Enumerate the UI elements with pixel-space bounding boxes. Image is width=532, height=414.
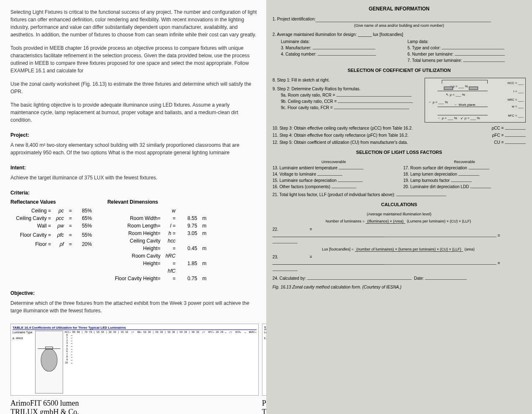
fixture-charts: TABLE 16.4 Coefficients of Utilization f…	[10, 324, 258, 414]
form-l13: 13. Luminaire ambient temperature	[272, 166, 338, 170]
form-l2: 2. Average maintained illumination for d…	[272, 31, 403, 38]
form-l15: 15. Luminaire surface depreciation	[272, 178, 336, 183]
form-l12: 12. Step 5: Obtain coefficient of utiliz…	[272, 139, 480, 146]
dimensions-header: Relevant Dimensions	[107, 199, 209, 205]
reflectance-table: Ceiling =ρc=85%Ceiling Cavity =ρcc=65%Wa…	[10, 207, 95, 248]
project-text: A new 8,400 m² two-story elementary scho…	[10, 141, 258, 156]
photometric-icon	[35, 331, 63, 394]
intro-p2: Tools provided in MEEB chapter 16 provid…	[10, 44, 258, 74]
intro-p1: Selecting Light Fixtures is critical to …	[10, 8, 258, 38]
cu-chart-0: TABLE 16.4 Coefficients of Utilization f…	[10, 324, 259, 396]
form-sec3sub: (Average maintained illumination level)	[272, 212, 526, 217]
reflectance-header: Reflectance Values	[10, 199, 95, 205]
form-l6: 6. Number per luminaire:	[407, 52, 453, 56]
form-l16: 16. Other factors (components)	[272, 184, 330, 189]
form-l5: 5. Type and color:	[407, 46, 440, 50]
form-l23: 23.	[272, 255, 278, 259]
intent-header: Intent:	[10, 165, 258, 171]
form-l1: 1. Project identification:	[272, 16, 316, 22]
form-l19: 19. Lamp burnouts factor	[403, 178, 450, 183]
worksheet-form: GENERAL INFORMATION 1. Project identific…	[266, 0, 532, 414]
form-l22: 22.	[272, 227, 278, 232]
lum-hdr: Luminaire data:	[281, 38, 399, 45]
form-l18: 18. Lamp lumen depreciation	[403, 172, 457, 176]
form-sec2: SELECTION OF LIGHT LOSS FACTORS	[272, 149, 526, 156]
form-sec1: SELECTION OF COEFFICIENT OF UTILIZATION	[272, 67, 526, 74]
unrec-hdr: Unrecoverable	[272, 159, 395, 165]
form-l4: 4. Catalog number:	[281, 52, 316, 56]
intent-text: Achieve the target illuminance of 375 LU…	[10, 174, 258, 181]
form-l1sub: (Give name of area and/or building and r…	[272, 23, 526, 29]
fixture-name-0: ArimoFIT 6500 lumenTRILUX gmbH & Co.	[10, 399, 259, 414]
form-l20: 20. Luminaire dirt depreciation LDD	[403, 184, 469, 189]
form-l7: 7. Total lumens per luminaire:	[407, 58, 462, 63]
form-l3: 3. Manufacturer:	[281, 46, 311, 50]
criteria-header: Criteria:	[10, 190, 258, 196]
objective-text: Determine which of the three fixtures fr…	[10, 299, 258, 314]
dimensions-table: wRoom Width==8.55mRoom Length=l =9.75mRo…	[107, 207, 209, 283]
form-l17: 17. Room surface dirt depreciation	[403, 166, 467, 170]
form-sec3: CALCULATIONS	[272, 201, 526, 208]
form-l9c: 9c. Floor cavity ratio, FCR =	[281, 105, 333, 110]
rec-hdr: Recoverable	[403, 159, 526, 165]
form-l9a: 9a. Room cavity ratio, RCR =	[281, 93, 335, 97]
cavity-sketch: ↑ ρ = ___ % ↖ ρ = ___ % ← ρ = ___ % ← Wo…	[425, 78, 526, 123]
form-l8: 8. Step 1: Fill in sketch at right.	[272, 78, 330, 82]
svg-point-0	[41, 349, 57, 371]
objective-header: Objective:	[10, 290, 258, 296]
form-caption: Fig. 16.13 Zonal cavity method calculati…	[272, 284, 526, 290]
form-l24: 24. Calculated by:	[272, 276, 306, 281]
form-l9: 9. Step 2: Determine Cavity Ratios by fo…	[272, 87, 361, 91]
form-title: GENERAL INFORMATION	[272, 5, 526, 13]
intro-p3: Use the zonal cavity worksheet (Fig. 16.…	[10, 80, 258, 95]
intro-p4: The basic lighting objective is to provi…	[10, 101, 258, 124]
form-l10: 10. Step 3: Obtain effective ceiling cav…	[272, 125, 480, 131]
form-l11: 11. Step 4: Obtain effective floor cavit…	[272, 132, 480, 138]
form-l9b: 9b. Ceiling cavity ratio, CCR =	[281, 99, 337, 104]
lamp-hdr: Lamp data:	[407, 38, 526, 45]
form-l14: 14. Voltage to luminaire	[272, 172, 316, 176]
project-header: Project:	[10, 132, 258, 138]
form-l21: 21. Total light loss factor, LLF (produc…	[272, 192, 395, 197]
